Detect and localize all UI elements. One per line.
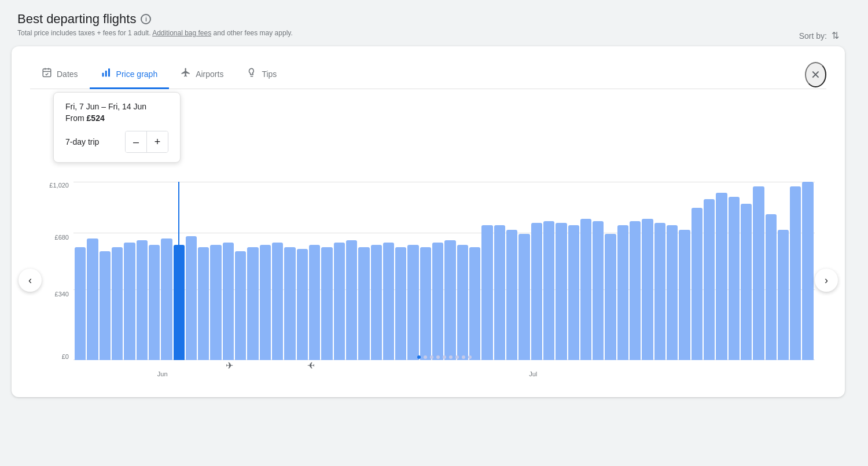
- bar-20[interactable]: [321, 247, 332, 360]
- bar-16[interactable]: [272, 243, 283, 360]
- bar-29[interactable]: [432, 243, 443, 360]
- bar-13[interactable]: [235, 251, 246, 360]
- bar-1[interactable]: [87, 238, 98, 360]
- bar-34[interactable]: [494, 225, 505, 360]
- bar-42[interactable]: [593, 221, 604, 360]
- depart-marker: ✈: [226, 360, 233, 371]
- right-arrow-icon: ›: [825, 274, 828, 287]
- bar-32[interactable]: [469, 247, 480, 360]
- tab-price-graph[interactable]: Price graph: [90, 60, 170, 89]
- tab-dates[interactable]: Dates: [30, 60, 90, 89]
- bar-10[interactable]: [198, 247, 209, 360]
- bar-56[interactable]: [766, 214, 777, 360]
- bar-54[interactable]: [741, 204, 752, 360]
- bar-2[interactable]: [100, 251, 111, 360]
- bar-9[interactable]: [186, 236, 197, 360]
- bar-0[interactable]: [75, 247, 86, 360]
- nav-next-button[interactable]: ›: [815, 269, 838, 292]
- page-title: Best departing flights i: [17, 12, 851, 27]
- bar-31[interactable]: [457, 245, 468, 360]
- svg-rect-6: [108, 68, 110, 76]
- bar-57[interactable]: [778, 230, 789, 360]
- bar-26[interactable]: [395, 247, 406, 360]
- x-label-jul: Jul: [529, 370, 537, 377]
- bar-58[interactable]: [790, 186, 801, 360]
- bar-45[interactable]: [630, 221, 641, 360]
- bar-40[interactable]: [568, 225, 579, 360]
- bar-11[interactable]: [210, 245, 221, 360]
- bar-28[interactable]: [420, 247, 431, 360]
- bar-22[interactable]: [346, 240, 357, 360]
- bar-37[interactable]: [531, 223, 542, 360]
- tooltip-price-value: £524: [87, 113, 105, 123]
- arrive-marker: ✈: [307, 360, 314, 371]
- page-subtitle: Total price includes taxes + fees for 1 …: [17, 29, 851, 37]
- bar-7[interactable]: [161, 238, 172, 360]
- bar-50[interactable]: [692, 208, 703, 360]
- subtitle-text: Total price includes taxes + fees for 1 …: [17, 29, 150, 37]
- stepper-plus-button[interactable]: +: [147, 131, 168, 152]
- bar-59[interactable]: [802, 182, 813, 360]
- bar-39[interactable]: [556, 223, 567, 360]
- bar-48[interactable]: [667, 225, 678, 360]
- y-label-340: £340: [55, 291, 69, 298]
- nav-prev-button[interactable]: ‹: [19, 269, 42, 292]
- bar-49[interactable]: [679, 230, 690, 360]
- bar-18[interactable]: [297, 249, 308, 360]
- lightbulb-icon: [247, 67, 257, 80]
- x-label-jun: Jun: [157, 370, 168, 377]
- duration-stepper: – +: [125, 131, 168, 153]
- bar-55[interactable]: [753, 186, 764, 360]
- info-icon[interactable]: i: [141, 14, 151, 24]
- left-arrow-icon: ‹: [28, 274, 32, 287]
- tab-tips[interactable]: Tips: [235, 60, 288, 89]
- bar-17[interactable]: [284, 247, 295, 360]
- y-label-0: £0: [62, 353, 69, 360]
- close-button[interactable]: ✕: [805, 62, 826, 87]
- close-icon: ✕: [811, 68, 821, 82]
- tooltip-price: From £524: [65, 113, 168, 123]
- bar-24[interactable]: [371, 245, 382, 360]
- stepper-minus-button[interactable]: –: [126, 131, 146, 152]
- bar-46[interactable]: [642, 219, 653, 360]
- bar-33[interactable]: [481, 225, 492, 360]
- bar-41[interactable]: [580, 219, 591, 360]
- trip-duration-label: 7-day trip: [65, 137, 99, 146]
- bar-8[interactable]: [174, 245, 185, 360]
- bar-25[interactable]: [383, 243, 394, 360]
- tooltip-price-label: From: [65, 113, 87, 123]
- bar-38[interactable]: [543, 221, 554, 360]
- main-card: Dates Price graph Airp: [12, 46, 845, 397]
- bar-43[interactable]: [605, 234, 616, 360]
- bar-15[interactable]: [260, 245, 271, 360]
- bar-12[interactable]: [223, 243, 234, 360]
- bar-30[interactable]: [444, 240, 455, 360]
- airplane-icon: [181, 67, 191, 80]
- bar-51[interactable]: [704, 199, 715, 360]
- tooltip-card: Fri, 7 Jun – Fri, 14 Jun From £524 7-day…: [53, 92, 181, 163]
- y-axis: £1,020 £680 £340 £0: [42, 182, 73, 379]
- svg-rect-0: [43, 69, 51, 77]
- bar-36[interactable]: [518, 234, 529, 360]
- bar-47[interactable]: [654, 223, 665, 360]
- svg-rect-4: [102, 73, 104, 77]
- bar-23[interactable]: [358, 247, 369, 360]
- bar-53[interactable]: [729, 197, 740, 360]
- bar-6[interactable]: [149, 245, 160, 360]
- bag-fees-link[interactable]: Additional bag fees: [152, 29, 211, 37]
- bar-21[interactable]: [334, 243, 345, 360]
- sort-by[interactable]: Sort by: ⇅: [799, 30, 839, 41]
- tab-airports[interactable]: Airports: [169, 60, 235, 89]
- bar-14[interactable]: [247, 247, 258, 360]
- bar-4[interactable]: [124, 243, 135, 360]
- y-label-1020: £1,020: [49, 182, 69, 189]
- bar-19[interactable]: [309, 245, 320, 360]
- bar-44[interactable]: [617, 225, 628, 360]
- bar-35[interactable]: [506, 230, 517, 360]
- page-title-text: Best departing flights: [17, 12, 136, 27]
- bar-5[interactable]: [137, 240, 148, 360]
- bar-27[interactable]: [407, 245, 418, 360]
- bar-3[interactable]: [112, 247, 123, 360]
- calendar-icon: [42, 67, 52, 80]
- bar-52[interactable]: [716, 193, 727, 360]
